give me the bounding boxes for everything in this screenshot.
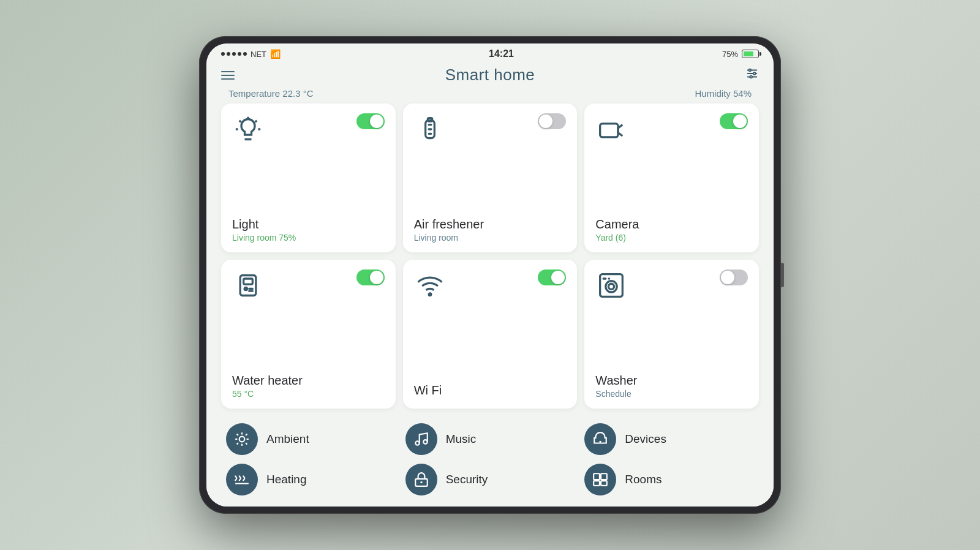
nav-item-devices[interactable]: Devices xyxy=(579,422,759,456)
security-label: Security xyxy=(446,473,488,486)
svg-rect-13 xyxy=(600,124,618,137)
settings-button[interactable] xyxy=(745,67,759,83)
battery-percentage: 75% xyxy=(722,50,738,59)
wifi-status-icon: 📶 xyxy=(270,49,281,59)
air-freshener-sub: Living room xyxy=(414,233,567,243)
svg-point-36 xyxy=(600,441,601,443)
signal-strength xyxy=(221,52,247,56)
svg-point-25 xyxy=(239,437,245,442)
water-heater-icon xyxy=(232,269,264,301)
music-label: Music xyxy=(446,432,477,446)
device-card-air-freshener[interactable]: Air freshener Living room xyxy=(403,104,578,252)
security-icon-circle xyxy=(405,464,437,495)
light-bulb-icon xyxy=(232,113,264,145)
svg-line-7 xyxy=(255,121,257,122)
temperature-display: Temperature 22.3 °C xyxy=(228,88,314,99)
camera-toggle[interactable] xyxy=(720,113,748,129)
light-name: Light xyxy=(232,217,385,232)
nav-item-security[interactable]: Security xyxy=(401,462,580,497)
svg-point-38 xyxy=(420,481,422,483)
svg-point-5 xyxy=(750,76,752,78)
status-right: 75% xyxy=(722,50,759,59)
tablet-frame: NET 📶 14:21 75% Smart home xyxy=(199,36,781,514)
devices-icon-circle xyxy=(584,423,616,455)
status-time: 14:21 xyxy=(489,48,514,59)
washer-sub: Schedule xyxy=(595,389,748,399)
carrier-label: NET xyxy=(251,50,266,59)
camera-name: Camera xyxy=(595,217,748,232)
devices-grid: Light Living room 75% xyxy=(206,104,774,417)
camera-sub: Yard (6) xyxy=(595,233,748,243)
air-freshener-icon xyxy=(414,113,446,145)
svg-rect-20 xyxy=(600,274,623,297)
svg-rect-15 xyxy=(244,279,253,284)
svg-point-24 xyxy=(608,277,611,280)
svg-rect-40 xyxy=(601,473,607,480)
air-freshener-toggle[interactable] xyxy=(538,113,566,129)
nav-item-music[interactable]: Music xyxy=(401,422,580,456)
menu-button[interactable] xyxy=(221,71,235,80)
side-button xyxy=(781,263,784,287)
rooms-label: Rooms xyxy=(625,473,662,486)
washer-toggle[interactable] xyxy=(720,269,748,285)
svg-line-10 xyxy=(239,121,241,122)
wifi-name: Wi Fi xyxy=(414,383,567,397)
wifi-icon xyxy=(414,269,446,301)
devices-label: Devices xyxy=(625,432,666,446)
battery-fill xyxy=(744,51,754,56)
status-left: NET 📶 xyxy=(221,49,281,59)
bottom-nav: Ambient Music xyxy=(206,417,774,507)
battery-bar xyxy=(742,50,759,58)
svg-point-16 xyxy=(244,287,247,290)
camera-icon xyxy=(595,113,627,145)
light-sub: Living room 75% xyxy=(232,233,385,243)
water-heater-toggle[interactable] xyxy=(356,269,385,285)
music-icon-circle xyxy=(405,423,437,455)
wifi-toggle[interactable] xyxy=(538,269,566,285)
svg-rect-39 xyxy=(594,473,600,480)
device-card-light[interactable]: Light Living room 75% xyxy=(221,104,396,252)
svg-line-33 xyxy=(246,434,247,435)
water-heater-sub: 55 °C xyxy=(232,389,385,399)
svg-line-28 xyxy=(237,434,238,435)
heating-icon-circle xyxy=(226,464,258,495)
svg-rect-41 xyxy=(594,481,600,486)
app-title: Smart home xyxy=(445,66,535,85)
ambient-icon-circle xyxy=(226,423,258,455)
device-card-water-heater[interactable]: Water heater 55 °C xyxy=(221,260,396,409)
nav-item-rooms[interactable]: Rooms xyxy=(579,462,759,497)
svg-point-21 xyxy=(606,281,617,292)
svg-line-32 xyxy=(237,443,238,444)
svg-point-35 xyxy=(423,440,428,444)
svg-point-4 xyxy=(753,72,756,75)
air-freshener-name: Air freshener xyxy=(414,217,567,232)
device-card-washer[interactable]: Washer Schedule xyxy=(584,260,759,409)
svg-line-29 xyxy=(246,443,247,444)
water-heater-name: Water heater xyxy=(232,374,385,388)
device-card-wifi[interactable]: Wi Fi xyxy=(403,260,578,409)
status-bar: NET 📶 14:21 75% xyxy=(206,43,774,62)
tablet-screen: NET 📶 14:21 75% Smart home xyxy=(206,43,774,507)
svg-point-34 xyxy=(415,441,420,445)
washer-icon xyxy=(595,269,627,301)
svg-point-3 xyxy=(748,69,751,72)
light-toggle[interactable] xyxy=(356,113,385,129)
svg-point-19 xyxy=(429,293,431,296)
nav-item-ambient[interactable]: Ambient xyxy=(221,422,401,456)
device-card-camera[interactable]: Camera Yard (6) xyxy=(584,104,759,252)
washer-name: Washer xyxy=(595,374,748,388)
ambient-label: Ambient xyxy=(266,432,309,446)
heating-label: Heating xyxy=(266,473,307,486)
svg-rect-42 xyxy=(601,481,607,486)
svg-point-22 xyxy=(609,284,614,289)
stats-bar: Temperature 22.3 °C Humidity 54% xyxy=(206,87,774,104)
app-header: Smart home xyxy=(206,62,774,87)
nav-item-heating[interactable]: Heating xyxy=(221,462,401,497)
rooms-icon-circle xyxy=(584,464,616,495)
humidity-display: Humidity 54% xyxy=(695,88,752,99)
